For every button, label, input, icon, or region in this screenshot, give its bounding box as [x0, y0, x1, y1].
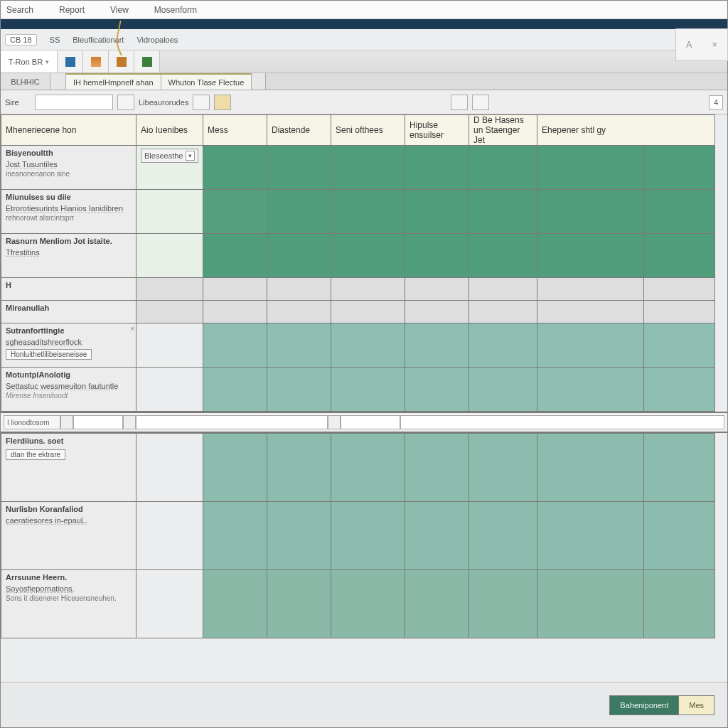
menu-item[interactable]: Search — [6, 5, 33, 15]
column-header[interactable]: Diastende — [267, 115, 331, 146]
secondary-button[interactable]: Mes — [678, 695, 714, 715]
window-close-icon[interactable]: × — [712, 40, 717, 50]
splitbar-field[interactable] — [400, 415, 724, 429]
grid-cell[interactable] — [331, 190, 405, 234]
ribbon-item[interactable]: Vidropaloes — [136, 36, 178, 44]
grid-cell[interactable] — [267, 278, 331, 301]
grid-cell[interactable] — [136, 434, 203, 502]
grid-cell[interactable] — [203, 146, 267, 190]
ribbon-item[interactable]: SS — [50, 36, 60, 44]
menu-item[interactable]: Report — [59, 5, 85, 15]
grid-cell[interactable] — [331, 368, 405, 412]
grid-cell[interactable] — [203, 502, 267, 570]
grid-cell[interactable] — [537, 146, 644, 190]
close-icon[interactable]: × — [130, 325, 134, 333]
grid-cell[interactable] — [537, 323, 644, 368]
splitbar-field[interactable] — [341, 415, 400, 429]
grid-cell[interactable] — [267, 323, 331, 368]
subtab-control[interactable] — [50, 73, 66, 90]
splitbar-button[interactable] — [60, 415, 73, 429]
row-header[interactable]: Flerdiiuns. soetdtan the ektrare — [1, 434, 136, 502]
grid-cell[interactable] — [405, 502, 469, 570]
grid-cell[interactable] — [267, 301, 331, 323]
grid-cell[interactable] — [203, 234, 267, 278]
filter-button[interactable] — [193, 95, 210, 110]
filter-button[interactable] — [117, 95, 134, 110]
grid-cell[interactable] — [331, 301, 405, 323]
row-header[interactable]: Mireanuliah — [1, 301, 136, 323]
grid-cell[interactable] — [537, 301, 644, 323]
grid-cell[interactable] — [203, 434, 267, 502]
window-control[interactable]: A — [686, 40, 692, 50]
grid-cell[interactable] — [644, 278, 715, 301]
grid-cell[interactable] — [469, 301, 537, 323]
filter-button[interactable] — [214, 95, 231, 110]
grid-cell[interactable] — [203, 301, 267, 323]
grid-cell[interactable] — [469, 234, 537, 278]
grid-cell[interactable] — [537, 502, 644, 570]
grid-cell[interactable] — [331, 502, 405, 570]
filter-input[interactable] — [35, 95, 113, 110]
column-header[interactable]: Ehepener shtl gy — [537, 115, 715, 146]
grid-cell[interactable] — [537, 434, 644, 502]
menu-item[interactable]: View — [110, 5, 129, 15]
menu-item[interactable]: Mosenform — [154, 5, 197, 15]
grid-cell[interactable] — [644, 190, 715, 234]
grid-cell[interactable] — [203, 278, 267, 301]
row-header[interactable]: Arrsuune Heern.Soyosfiepornations.Sons i… — [1, 570, 136, 638]
page-button[interactable]: 4 — [709, 95, 723, 109]
grid-cell[interactable] — [331, 234, 405, 278]
grid-cell[interactable] — [537, 234, 644, 278]
grid-cell[interactable] — [331, 146, 405, 190]
cell-dropdown[interactable]: Bleseesthe▾ — [141, 149, 198, 163]
grid-cell[interactable] — [537, 368, 644, 412]
grid-cell[interactable] — [644, 234, 715, 278]
splitbar-field[interactable] — [73, 415, 123, 429]
column-header[interactable]: Mheneriecene hon — [1, 115, 136, 146]
grid-cell[interactable] — [331, 570, 405, 638]
column-header[interactable]: D Be Hasens un Staenger Jet — [469, 115, 537, 146]
grid-cell[interactable] — [331, 278, 405, 301]
split-bar[interactable]: I lionodtosom — [1, 412, 727, 433]
row-pill[interactable]: Honluithetlilibeiseneisee — [6, 349, 92, 360]
row-header[interactable]: ×SutranforttingiesgheasaditshreorflockHo… — [1, 323, 136, 368]
grid-cell[interactable] — [405, 570, 469, 638]
grid-cell[interactable]: Bleseesthe▾ — [136, 146, 203, 190]
row-header[interactable]: BisyenoultthJost Tusuntilesineanonenanon… — [1, 146, 136, 190]
grid-cell[interactable] — [469, 368, 537, 412]
grid-cell[interactable] — [203, 368, 267, 412]
tool-button[interactable] — [109, 50, 134, 73]
grid-cell[interactable] — [405, 146, 469, 190]
grid-cell[interactable] — [267, 146, 331, 190]
grid-cell[interactable] — [267, 570, 331, 638]
ribbon-item[interactable]: Bleuflicationart — [73, 36, 124, 44]
grid-cell[interactable] — [405, 234, 469, 278]
grid-cell[interactable] — [136, 570, 203, 638]
grid-cell[interactable] — [644, 570, 715, 638]
row-header[interactable]: H — [1, 278, 136, 301]
grid-cell[interactable] — [267, 368, 331, 412]
grid-cell[interactable] — [469, 278, 537, 301]
grid-cell[interactable] — [267, 434, 331, 502]
grid-cell[interactable] — [331, 434, 405, 502]
ribbon-badge[interactable]: CB 18 — [5, 34, 37, 46]
row-header[interactable]: MotuntplAnolotigSettastuc wessmeuiton fa… — [1, 368, 136, 412]
subtab-extra[interactable] — [252, 73, 266, 90]
grid-cell[interactable] — [644, 146, 715, 190]
grid-cell[interactable] — [537, 278, 644, 301]
grid-cell[interactable] — [644, 323, 715, 368]
column-header[interactable]: Seni ofthees — [331, 115, 405, 146]
grid-cell[interactable] — [644, 434, 715, 502]
splitbar-field[interactable] — [136, 415, 328, 429]
column-header[interactable]: Aio Iuenibes — [136, 115, 203, 146]
column-header[interactable]: Hipulse ensuilser — [405, 115, 469, 146]
row-pill[interactable]: dtan the ektrare — [6, 449, 65, 460]
grid-cell[interactable] — [405, 278, 469, 301]
grid-cell[interactable] — [136, 190, 203, 234]
grid-cell[interactable] — [469, 190, 537, 234]
grid-cell[interactable] — [405, 368, 469, 412]
grid-cell[interactable] — [537, 570, 644, 638]
row-header[interactable]: Nurlisbn Koranfaliodcaeratiesores in-epa… — [1, 502, 136, 570]
tool-button[interactable] — [58, 50, 83, 73]
tool-button[interactable] — [83, 50, 109, 73]
